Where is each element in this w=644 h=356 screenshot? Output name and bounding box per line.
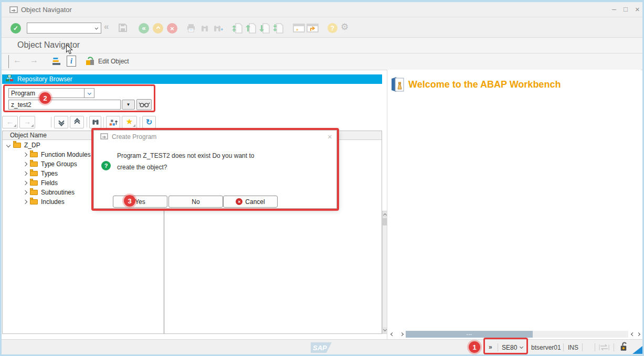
horizontal-scrollbar[interactable]: ··· <box>406 331 628 338</box>
tree-item-label[interactable]: Fields <box>41 179 58 187</box>
navigate-forward-icon[interactable]: → <box>30 56 38 65</box>
edit-object-label[interactable]: Edit Object <box>98 58 129 65</box>
double-chevron-down-icon <box>59 120 64 124</box>
folder-open-icon <box>13 143 21 148</box>
toolbar-separator <box>51 117 51 127</box>
sap-logo: SAP <box>311 342 332 353</box>
status-overflow-icon[interactable]: » <box>489 343 492 351</box>
tree-row[interactable]: Fields <box>24 178 58 188</box>
tree-row[interactable]: Function Modules <box>24 150 91 159</box>
cancel-x-icon: × <box>236 198 242 205</box>
chevron-collapsed-icon[interactable] <box>23 171 27 176</box>
repository-browser-title: Repository Browser <box>17 75 72 83</box>
exit-button[interactable] <box>153 23 163 34</box>
object-name-input[interactable] <box>9 101 120 109</box>
next-page-icon[interactable] <box>259 23 270 36</box>
check-icon: ✓ <box>13 25 18 32</box>
create-shortcut-icon[interactable] <box>307 24 319 35</box>
select-dropdown-button[interactable] <box>84 89 94 98</box>
object-name-field[interactable] <box>8 100 121 110</box>
scroll-up-button[interactable] <box>383 211 387 218</box>
tree-row[interactable]: Types <box>24 169 58 178</box>
close-icon[interactable]: × <box>635 5 640 14</box>
tree-row[interactable]: Type Groups <box>24 159 77 169</box>
network-speed-icon[interactable] <box>632 346 642 354</box>
dialog-titlebar: Create Program × <box>94 131 336 143</box>
scrollbar-thumb[interactable]: ··· <box>406 331 533 338</box>
dialog-close-icon[interactable]: × <box>328 132 332 141</box>
find-next-icon[interactable] <box>212 23 224 35</box>
enter-button[interactable]: ✓ <box>10 23 21 34</box>
value-help-button[interactable]: ▼ <box>122 100 135 110</box>
hscroll-left-button[interactable] <box>388 331 396 338</box>
display-object-list-button[interactable] <box>106 116 120 128</box>
hscroll-left-button2[interactable] <box>629 331 636 338</box>
previous-page-icon[interactable] <box>246 23 256 36</box>
last-page-icon[interactable] <box>273 23 283 36</box>
page-header: Object Navigator <box>2 38 642 53</box>
save-icon[interactable] <box>118 23 128 35</box>
maximize-icon[interactable]: □ <box>624 5 628 13</box>
step-badge-1: 1 <box>469 341 480 353</box>
chevron-collapsed-icon[interactable] <box>23 181 27 185</box>
navigate-back-icon[interactable]: ← <box>13 56 22 65</box>
command-field[interactable] <box>27 23 101 34</box>
help-button[interactable]: ? <box>328 23 337 33</box>
find-icon[interactable] <box>199 23 210 35</box>
tree-item-label[interactable]: Type Groups <box>41 160 77 168</box>
folder-icon <box>30 161 38 167</box>
customize-layout-icon[interactable]: ⚙ <box>341 21 349 33</box>
tree-back-button[interactable]: ← <box>2 116 18 128</box>
statusbar: SAP » SE80 btserver01 INS <box>2 339 642 355</box>
scroll-down-button[interactable] <box>383 327 387 333</box>
collapse-all-button[interactable] <box>70 116 84 128</box>
first-page-icon[interactable] <box>232 23 242 36</box>
tree-item-label[interactable]: Function Modules <box>41 151 91 158</box>
repository-browser-header: Repository Browser <box>2 74 382 84</box>
no-button[interactable]: No <box>168 196 223 208</box>
transaction-code[interactable]: SE80 <box>502 344 517 351</box>
step-badge-3: 3 <box>124 195 135 207</box>
hscroll-right-button[interactable] <box>398 331 406 338</box>
unlocked-icon[interactable] <box>619 341 628 354</box>
window-border-top <box>0 0 644 2</box>
object-type-select[interactable]: Program <box>8 88 94 98</box>
collapse-commandfield-icon[interactable]: « <box>104 21 109 32</box>
tree-row[interactable]: Subroutines <box>24 188 75 197</box>
tree-item-label[interactable]: Types <box>41 170 58 177</box>
yes-button[interactable]: Yes <box>113 196 167 208</box>
cancel-button[interactable]: × <box>167 23 177 34</box>
chevron-collapsed-icon[interactable] <box>23 153 27 157</box>
double-chevron-up-icon <box>157 28 160 29</box>
cancel-button[interactable]: × Cancel <box>223 196 278 208</box>
tree-item-label[interactable]: Includes <box>41 198 65 206</box>
tree-root-label[interactable]: Z_DP <box>24 142 40 149</box>
favorites-button[interactable]: ★ <box>122 116 137 128</box>
tree-forward-button[interactable]: → <box>19 116 35 128</box>
new-session-icon[interactable] <box>293 24 305 35</box>
print-icon[interactable] <box>186 23 196 35</box>
info-icon[interactable]: i <box>67 56 76 67</box>
window-icon <box>9 6 18 15</box>
hscroll-right-button2[interactable] <box>636 331 641 338</box>
refresh-button[interactable]: ↻ <box>142 116 156 128</box>
chevron-down-icon[interactable] <box>520 345 523 349</box>
chevron-collapsed-icon[interactable] <box>23 200 27 204</box>
data-transfer-icon <box>599 343 609 353</box>
step-badge-2: 2 <box>39 92 51 104</box>
tree-find-button[interactable] <box>89 116 101 128</box>
minimize-icon[interactable]: – <box>612 5 616 13</box>
scrollbar-thumb[interactable] <box>383 218 387 225</box>
chevron-collapsed-icon[interactable] <box>23 190 27 195</box>
tree-item-label[interactable]: Subroutines <box>41 189 75 196</box>
chevron-collapsed-icon[interactable] <box>23 162 27 166</box>
edit-object-icon[interactable] <box>85 56 96 69</box>
command-input[interactable] <box>27 25 96 32</box>
layers-icon[interactable] <box>51 56 61 68</box>
expand-all-button[interactable] <box>54 116 68 128</box>
tree-row[interactable]: Includes <box>24 197 65 207</box>
back-button[interactable]: « <box>139 23 149 34</box>
display-button[interactable] <box>136 99 152 110</box>
chevron-expanded-icon[interactable] <box>6 143 10 147</box>
tree-root-row[interactable]: Z_DP <box>7 141 40 150</box>
